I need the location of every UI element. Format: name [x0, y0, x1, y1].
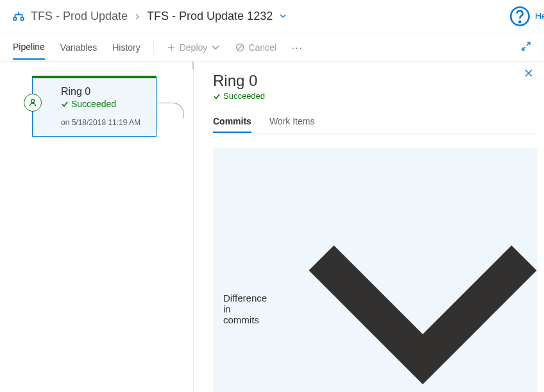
cancel-label: Cancel	[248, 42, 276, 53]
stage-status-icon	[24, 94, 42, 112]
fullscreen-button[interactable]	[521, 41, 531, 53]
stage-card-ring0[interactable]: Ring 0 Succeeded on 5/18/2018 11:19 AM	[32, 76, 157, 137]
breadcrumb: TFS - Prod Update TFS - Prod Update 1232	[13, 10, 287, 23]
stage-timestamp: on 5/18/2018 11:19 AM	[61, 118, 147, 127]
svg-point-14	[31, 99, 35, 103]
detail-status: Succeeded	[213, 91, 538, 101]
close-button[interactable]	[523, 68, 534, 80]
stage-status: Succeeded	[61, 99, 147, 109]
deploy-label: Deploy	[180, 42, 208, 53]
stage-title: Ring 0	[61, 86, 147, 98]
diff-title: Difference in commits	[223, 293, 267, 325]
subtab-workitems[interactable]: Work Items	[269, 111, 315, 133]
diff-title-row[interactable]: Difference in commits	[223, 157, 527, 392]
chevron-right-icon	[134, 12, 140, 22]
stage-status-label: Succeeded	[71, 99, 116, 109]
pipeline-canvas: Ring 0 Succeeded on 5/18/2018 11:19 AM	[0, 62, 194, 392]
svg-point-4	[13, 17, 17, 21]
svg-point-5	[21, 17, 24, 21]
tab-history[interactable]: History	[112, 36, 140, 59]
stage-connector	[156, 103, 184, 118]
plus-icon	[167, 43, 176, 52]
svg-point-7	[520, 21, 521, 22]
detail-pane: Ring 0 Succeeded Commits Work Items Diff…	[194, 62, 544, 392]
tab-pipeline[interactable]: Pipeline	[13, 35, 45, 60]
cancel-icon	[235, 43, 244, 52]
cancel-button[interactable]: Cancel	[235, 42, 276, 53]
breadcrumb-parent[interactable]: TFS - Prod Update	[31, 10, 128, 23]
release-icon	[13, 11, 24, 22]
svg-line-12	[527, 42, 530, 46]
toolbar-separator	[153, 40, 154, 55]
check-icon	[213, 92, 221, 100]
tab-variables[interactable]: Variables	[60, 36, 97, 59]
detail-title: Ring 0	[213, 72, 538, 90]
chevron-down-icon	[211, 43, 220, 52]
help-icon	[509, 5, 531, 28]
help-link[interactable]: Help	[509, 5, 531, 28]
svg-line-13	[522, 47, 525, 50]
subtab-commits[interactable]: Commits	[213, 111, 251, 133]
breadcrumb-current[interactable]: TFS - Prod Update 1232	[147, 10, 273, 23]
help-label: Help	[535, 11, 544, 21]
detail-status-label: Succeeded	[223, 91, 265, 101]
chevron-down-icon	[271, 157, 544, 392]
close-icon	[523, 68, 534, 78]
more-actions-button[interactable]: ···	[292, 42, 303, 53]
chevron-down-icon[interactable]	[279, 12, 287, 22]
diff-banner: Difference in commits Showing changes co…	[213, 148, 538, 392]
deploy-button[interactable]: Deploy	[167, 42, 221, 53]
expand-icon	[521, 41, 531, 51]
svg-line-11	[238, 45, 243, 50]
check-icon	[61, 100, 69, 108]
